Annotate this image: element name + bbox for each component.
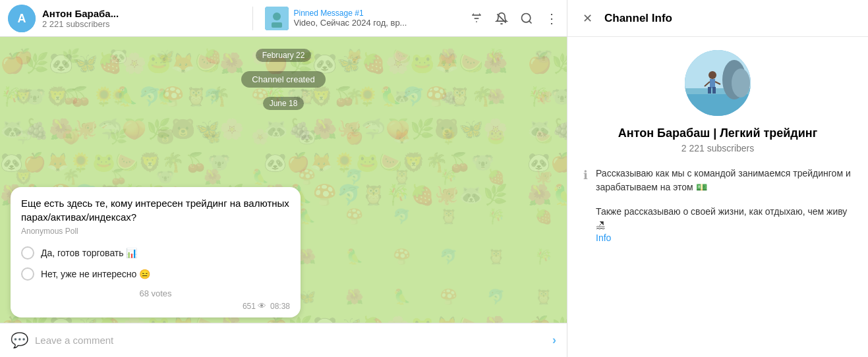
info-header: ✕ Channel Info: [567, 0, 868, 37]
pinned-message[interactable]: Pinned Message #1 Video, Сейчас 2024 год…: [265, 7, 463, 30]
close-button[interactable]: ✕: [578, 9, 596, 28]
more-options-icon[interactable]: ⋮: [544, 11, 559, 26]
info-desc-item-2: ℹ Также рассказываю о своей жизни, как о…: [583, 205, 852, 243]
poll-question: Еще есть здесь те, кому интересен трейди…: [21, 196, 290, 224]
svg-point-17: [709, 71, 716, 79]
svg-text:А: А: [18, 12, 26, 25]
views-count: 651: [243, 302, 256, 311]
poll-option-2-text: Нет, уже не интересно 😑: [41, 269, 150, 279]
channel-info-panel: ✕ Channel Info: [567, 0, 868, 357]
poll-votes: 68 votes: [21, 288, 290, 298]
search-icon[interactable]: [519, 11, 534, 26]
header-divider: [252, 7, 253, 30]
poll-time: 08:38: [270, 302, 290, 311]
poll-card: Еще есть здесь те, кому интересен трейди…: [11, 187, 301, 317]
date-badge-feb: February 22: [256, 49, 312, 62]
svg-point-16: [732, 69, 750, 97]
svg-point-9: [522, 13, 531, 22]
date-badge-jun: June 18: [263, 97, 304, 110]
poll-option-1-text: Да, готов торговать 📊: [41, 248, 137, 258]
subscriber-count: 2 221 subscribers: [42, 19, 241, 29]
pinned-thumbnail: [265, 7, 289, 30]
poll-option-2[interactable]: Нет, уже не интересно 😑: [21, 263, 290, 285]
svg-line-10: [529, 20, 532, 23]
info-desc-item-1: ℹ Рассказываю как мы с командой занимаем…: [583, 167, 852, 194]
svg-rect-20: [712, 87, 716, 94]
pinned-label: Pinned Message #1: [294, 9, 407, 18]
info-channel-name: Антон Барабаш | Легкий трейдинг: [583, 126, 852, 140]
channel-created-badge: Channel created: [241, 71, 325, 88]
comment-send-arrow[interactable]: ›: [552, 333, 556, 347]
channel-name: Антон Бараба...: [42, 8, 241, 19]
comment-placeholder[interactable]: Leave a comment: [35, 335, 113, 346]
svg-rect-4: [272, 22, 282, 28]
eye-icon: 👁: [258, 301, 266, 311]
pinned-text: Video, Сейчас 2024 год, вр...: [294, 18, 407, 28]
channel-info: Антон Бараба... 2 221 subscribers: [42, 8, 241, 29]
poll-type: Anonymous Poll: [21, 227, 290, 236]
info-panel-title: Channel Info: [604, 12, 672, 25]
info-avatar: [685, 50, 751, 116]
comment-bubble-icon: 💬: [11, 332, 28, 349]
info-description: ℹ Рассказываю как мы с командой занимаем…: [583, 167, 852, 243]
info-circle-icon-1: ℹ: [583, 168, 588, 182]
poll-radio-1[interactable]: [21, 246, 34, 260]
info-avatar-image: [685, 50, 751, 116]
channel-avatar: А: [8, 5, 36, 32]
notifications-icon[interactable]: [494, 11, 509, 26]
poll-radio-2[interactable]: [21, 267, 34, 281]
svg-point-3: [273, 13, 281, 20]
pinned-thumb: [265, 7, 289, 30]
info-desc-text-1: Рассказываю как мы с командой занимаемся…: [596, 167, 852, 194]
info-subscribers: 2 221 subscribers: [583, 143, 852, 153]
info-link[interactable]: Info: [596, 233, 852, 243]
poll-option-1[interactable]: Да, готов торговать 📊: [21, 242, 290, 263]
svg-rect-19: [708, 87, 711, 94]
pinned-info: Pinned Message #1 Video, Сейчас 2024 год…: [294, 9, 407, 28]
chat-body: 🍎🌿🐼🦋🍓🌸🐸🦊🍉🌺🎋🐨 🦁🍒🌻🦜🐬🍄🦉🌴🦝🍇🌺🐙 🦈🍑🌿🐻🦋🌸🐼🍎🦊🌻🐸🍉 🦁…: [0, 37, 567, 357]
chat-header: А Антон Бараба... 2 221 subscribers Pinn…: [0, 0, 567, 37]
poll-meta: 651 👁 08:38: [21, 301, 290, 311]
comment-left: 💬 Leave a comment: [11, 332, 113, 349]
info-desc-text-2: Также рассказываю о своей жизни, как отд…: [596, 205, 852, 233]
header-actions: ⋮: [469, 11, 559, 26]
comment-bar: 💬 Leave a comment ›: [0, 323, 567, 357]
filter-icon[interactable]: [469, 11, 484, 26]
svg-rect-18: [710, 79, 715, 88]
chat-messages: February 22 Channel created June 18: [0, 37, 567, 122]
poll-views: 651 👁: [243, 301, 266, 311]
info-body: Антон Барабаш | Легкий трейдинг 2 221 su…: [567, 37, 868, 357]
avatar-image: А: [8, 5, 36, 32]
